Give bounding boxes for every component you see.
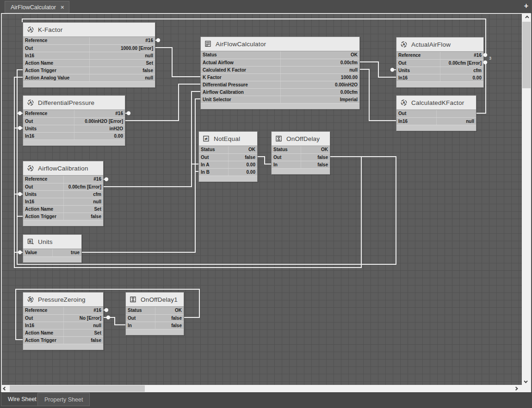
wiresheet-block-on-off-delay[interactable]: OnOffDelayStatusOKOutfalseInfalse <box>271 131 330 175</box>
block-row-differential-pressure-reference[interactable]: Reference#16 <box>23 110 125 117</box>
wiresheet-block-airflow-calibration[interactable]: AAirflowCalibrationReference#16Out0.00cf… <box>23 161 104 226</box>
block-row-not-equal-in-b[interactable]: In B0.00 <box>199 168 257 176</box>
block-row-airflow-calculator-differential-pressure[interactable]: Differential Pressure0.00inH2O <box>201 81 359 88</box>
block-row-k-factor-action-analog-value[interactable]: Action Analog Valuenull <box>23 74 155 81</box>
block-row-differential-pressure-out[interactable]: Out0.00inH2O [Error] <box>23 117 125 125</box>
block-header-pressure-zeroing[interactable]: BPressureZeroing <box>23 292 103 307</box>
block-header-calculated-k-factor[interactable]: ACalculatedKFactor <box>396 96 476 110</box>
block-row-on-off-delay-in[interactable]: Infalse <box>272 161 330 168</box>
block-header-not-equal[interactable]: ≠NotEqual <box>199 132 257 146</box>
block-row-airflow-calibration-action-name[interactable]: Action NameSet <box>23 205 103 213</box>
horizontal-scroll-thumb[interactable] <box>10 385 145 392</box>
block-row-not-equal-in-a[interactable]: In A0.00 <box>199 161 257 168</box>
block-row-airflow-calibration-units[interactable]: Unitscfm <box>23 190 103 198</box>
block-row-on-off-delay1-status[interactable]: StatusOK <box>126 307 184 314</box>
block-row-airflow-calibration-in16[interactable]: In16null <box>23 198 103 205</box>
wiresheet-block-differential-pressure[interactable]: ADifferentialPressureReference#16Out0.00… <box>23 95 125 146</box>
scroll-up-button[interactable] <box>523 14 530 21</box>
block-row-airflow-calculator-actual-airflow[interactable]: Actual Airflow0.00cfm <box>201 59 359 66</box>
scroll-down-button[interactable] <box>523 378 530 385</box>
block-row-differential-pressure-in16[interactable]: In160.00 <box>23 132 125 140</box>
block-footer <box>23 220 103 226</box>
row-name: Out <box>23 45 33 52</box>
block-row-pressure-zeroing-action-name[interactable]: Action NameSet <box>23 329 103 336</box>
wiresheet-block-units[interactable]: BUnitsValuetrue <box>23 234 82 263</box>
block-header-units[interactable]: BUnits <box>23 235 81 249</box>
row-name: Action Trigger <box>23 337 56 344</box>
block-row-on-off-delay-out[interactable]: Outfalse <box>272 153 330 161</box>
block-row-pressure-zeroing-in16[interactable]: In16null <box>23 322 103 329</box>
wiresheet-block-k-factor[interactable]: AK-FactorReference#16Out1000.00 [Error]I… <box>23 22 155 88</box>
block-row-calculated-k-factor-in16[interactable]: In16null <box>396 117 476 125</box>
wiresheet-block-calculated-k-factor[interactable]: ACalculatedKFactorOutIn16null <box>396 95 476 131</box>
block-row-k-factor-reference[interactable]: Reference#16 <box>23 37 155 44</box>
block-row-airflow-calibration-out[interactable]: Out0.00cfm [Error] <box>23 183 103 190</box>
block-row-differential-pressure-units[interactable]: UnitsinH2O <box>23 125 125 132</box>
analog-point-icon: A <box>27 26 34 33</box>
block-header-on-off-delay1[interactable]: OnOffDelay1 <box>126 292 184 307</box>
wiresheet-block-actual-air-flow[interactable]: AActualAirFlowReference#16Out0.00cfm [Er… <box>396 37 484 88</box>
block-row-airflow-calibration-reference[interactable]: Reference#16 <box>23 176 103 183</box>
tab-airflowcalculator[interactable]: AirFlowCalculator × <box>5 1 69 13</box>
analog-point-icon: A <box>400 99 408 106</box>
block-row-on-off-delay1-in[interactable]: Infalse <box>126 322 184 329</box>
row-value: Set <box>146 60 155 67</box>
wiresheet-block-on-off-delay1[interactable]: OnOffDelay1StatusOKOutfalseInfalse <box>125 292 184 335</box>
block-row-k-factor-action-trigger[interactable]: Action Triggerfalse <box>23 67 155 74</box>
block-row-pressure-zeroing-reference[interactable]: Reference#16 <box>23 307 103 314</box>
row-value: Set <box>94 329 103 336</box>
row-name: In16 <box>23 198 34 205</box>
wire-notequal-out-to-onoffdelay-in[interactable] <box>258 157 271 164</box>
block-row-k-factor-out[interactable]: Out1000.00 [Error] <box>23 44 155 52</box>
block-row-calculated-k-factor-out[interactable]: Out <box>396 110 476 117</box>
chevron-right-icon <box>514 387 518 390</box>
wiresheet-block-airflow-calculator[interactable]: AirFlowCalculatorStatusOKActual Airflow0… <box>200 37 360 110</box>
block-header-airflow-calibration[interactable]: AAirflowCalibration <box>23 161 103 176</box>
block-row-k-factor-action-name[interactable]: Action NameSet <box>23 59 155 67</box>
block-row-not-equal-status[interactable]: StatusOK <box>199 146 257 153</box>
scroll-right-button[interactable] <box>512 385 519 392</box>
block-row-airflow-calculator-unit-selector[interactable]: Unit SelectorImperial <box>201 96 359 103</box>
block-row-k-factor-in16[interactable]: In16null <box>23 52 155 59</box>
block-row-on-off-delay-status[interactable]: StatusOK <box>272 146 330 153</box>
block-row-airflow-calibration-action-trigger[interactable]: Action Triggerfalse <box>23 213 103 220</box>
block-header-k-factor[interactable]: AK-Factor <box>23 23 155 37</box>
wire-kfactor-out-to-kfactor-input[interactable] <box>155 48 200 77</box>
block-row-airflow-calculator-k-factor[interactable]: K Factor1000.00 <box>201 73 359 81</box>
vertical-scroll-thumb[interactable] <box>522 22 531 88</box>
vertical-scrollbar[interactable] <box>522 14 531 385</box>
wiresheet-block-not-equal[interactable]: ≠NotEqualStatusOKOutfalseIn A0.00In B0.0… <box>198 131 258 182</box>
block-row-actual-air-flow-units[interactable]: Unitscfm <box>396 67 483 74</box>
block-row-actual-air-flow-out[interactable]: Out0.00cfm [Error] <box>396 59 483 67</box>
row-value: No [Error] <box>80 315 103 322</box>
block-row-actual-air-flow-reference[interactable]: Reference#16 <box>396 52 483 59</box>
row-value: #16 <box>93 307 103 314</box>
not-equal-icon: ≠ <box>203 135 210 142</box>
row-name: Action Name <box>23 60 53 67</box>
wiresheet-canvas[interactable]: AK-FactorReference#16Out1000.00 [Error]I… <box>2 14 522 385</box>
canvas-frame: AK-FactorReference#16Out1000.00 [Error]I… <box>1 13 531 392</box>
horizontal-scrollbar[interactable] <box>2 385 522 392</box>
block-header-on-off-delay[interactable]: OnOffDelay <box>272 132 330 146</box>
block-header-airflow-calculator[interactable]: AirFlowCalculator <box>201 37 359 51</box>
block-header-actual-air-flow[interactable]: AActualAirFlow <box>396 37 483 52</box>
row-name: Out <box>396 110 406 117</box>
wire-pressurezeroing-out-to-onoffdelay1[interactable] <box>104 317 125 325</box>
tab-property-sheet[interactable]: Property Sheet <box>37 393 90 406</box>
block-row-units-value[interactable]: Valuetrue <box>23 249 81 256</box>
wire-diffpressure-out-to-input[interactable] <box>125 84 200 121</box>
wiresheet-block-pressure-zeroing[interactable]: BPressureZeroingReference#16OutNo [Error… <box>23 292 104 350</box>
block-header-differential-pressure[interactable]: ADifferentialPressure <box>23 96 125 110</box>
block-row-not-equal-out[interactable]: Outfalse <box>199 153 257 161</box>
scroll-left-button[interactable] <box>2 385 9 392</box>
block-row-on-off-delay1-out[interactable]: Outfalse <box>126 314 184 322</box>
add-tab-icon[interactable]: + <box>524 2 528 10</box>
block-row-pressure-zeroing-out[interactable]: OutNo [Error] <box>23 314 103 322</box>
row-value: true <box>71 249 81 256</box>
block-row-actual-air-flow-in16[interactable]: In160.00 <box>396 74 483 81</box>
block-row-airflow-calculator-calculated-k-factor[interactable]: Calculated K Factornull <box>201 66 359 73</box>
block-row-pressure-zeroing-action-trigger[interactable]: Action Triggerfalse <box>23 336 103 344</box>
close-icon[interactable]: × <box>61 4 64 10</box>
block-row-airflow-calculator-status[interactable]: StatusOK <box>201 51 359 59</box>
block-row-airflow-calculator-airflow-calibration[interactable]: Airflow Calibration0.00cfm <box>201 88 359 96</box>
